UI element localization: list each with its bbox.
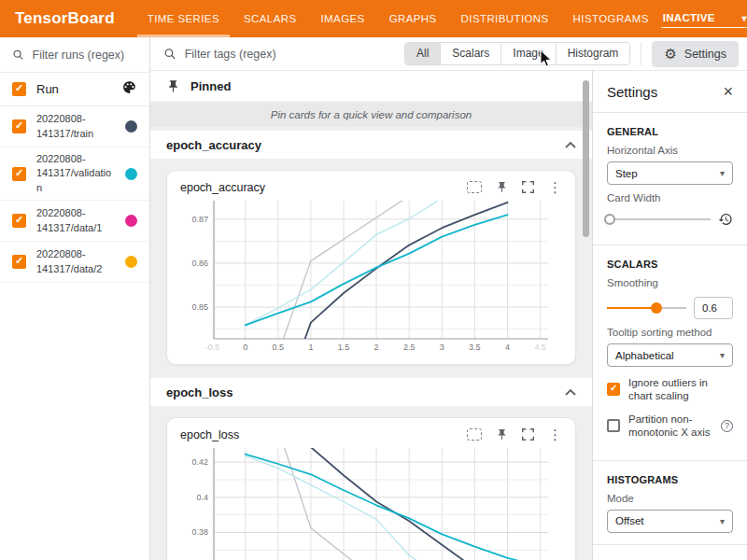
tab-distributions[interactable]: DISTRIBUTIONS: [449, 0, 561, 37]
runs-header-row: Run: [0, 73, 149, 106]
histogram-mode-value: Offset: [615, 515, 643, 526]
section-heading: GENERAL: [607, 126, 733, 137]
svg-text:0.85: 0.85: [191, 302, 208, 312]
run-status-dropdown[interactable]: INACTIVE ▾: [661, 9, 747, 28]
gear-icon: ⚙: [664, 47, 676, 61]
filter-all-button[interactable]: All: [405, 43, 441, 64]
settings-button[interactable]: ⚙ Settings: [652, 41, 739, 67]
epoch-accuracy-chart[interactable]: 0.850.860.87-0.500.511.522.533.544.5: [178, 198, 556, 357]
divider: [593, 245, 747, 245]
settings-panel: Settings × GENERAL Horizontal Axis Step …: [592, 71, 747, 560]
run-checkbox[interactable]: [12, 119, 26, 133]
pinned-header: Pinned: [150, 71, 592, 101]
svg-text:0.86: 0.86: [191, 259, 208, 268]
filter-image-button[interactable]: Image: [501, 43, 556, 64]
run-row-train[interactable]: 20220808-141317/train: [0, 106, 149, 147]
smoothing-slider[interactable]: [607, 301, 686, 315]
divider: [593, 544, 747, 545]
run-color-dot: [125, 215, 137, 227]
settings-button-label: Settings: [684, 48, 726, 61]
svg-text:0.42: 0.42: [191, 457, 208, 467]
section-title: epoch_accuracy: [166, 138, 261, 152]
card-width-label: Card Width: [607, 192, 733, 203]
divider: [593, 460, 747, 461]
chevron-up-icon[interactable]: [565, 141, 576, 148]
card-title: epoch_loss: [180, 428, 239, 441]
partition-x-checkbox[interactable]: [607, 419, 620, 432]
card-width-slider[interactable]: [607, 213, 711, 226]
svg-text:1.5: 1.5: [338, 343, 350, 352]
svg-text:2: 2: [374, 343, 379, 352]
run-checkbox[interactable]: [12, 255, 26, 269]
tab-images[interactable]: IMAGES: [308, 0, 376, 37]
horizontal-axis-label: Horizontal Axis: [607, 145, 733, 156]
tooltip-sorting-select[interactable]: Alphabetical ▾: [607, 343, 733, 367]
run-color-dot: [125, 120, 137, 133]
run-row-data-2[interactable]: 20220808-141317/data/2: [0, 242, 149, 283]
run-checkbox[interactable]: [12, 214, 26, 228]
pinned-title: Pinned: [190, 79, 231, 93]
svg-text:2.5: 2.5: [403, 343, 416, 352]
pin-icon[interactable]: [496, 181, 508, 193]
tooltip-sorting-label: Tooltip sorting method: [607, 327, 733, 338]
runs-filter-input[interactable]: [33, 49, 137, 62]
app-logo: TensorBoard: [0, 0, 135, 37]
smoothing-value-input[interactable]: [694, 297, 733, 319]
fit-to-data-icon[interactable]: [467, 181, 482, 193]
chevron-down-icon: ▾: [720, 516, 725, 526]
epoch-loss-chart[interactable]: 0.360.380.40.4201234: [178, 445, 556, 560]
svg-text:3: 3: [440, 343, 444, 352]
select-all-runs-checkbox[interactable]: [12, 82, 26, 96]
pinned-hint: Pin cards for a quick view and compariso…: [150, 103, 592, 127]
toolbar-divider: [641, 43, 641, 65]
run-status-value: INACTIVE: [663, 12, 715, 23]
settings-panel-title: Settings: [607, 84, 657, 100]
svg-text:0.5: 0.5: [273, 343, 285, 352]
pin-icon[interactable]: [496, 428, 508, 441]
svg-text:0: 0: [243, 343, 247, 352]
app-header: TensorBoard TIME SERIES SCALARS IMAGES G…: [0, 0, 747, 37]
tooltip-sorting-value: Alphabetical: [615, 350, 674, 361]
run-color-dot: [125, 168, 137, 180]
nav-tabs: TIME SERIES SCALARS IMAGES GRAPHS DISTRI…: [135, 0, 661, 37]
kebab-menu-icon[interactable]: ⋮: [548, 180, 562, 194]
ignore-outliers-checkbox[interactable]: [607, 383, 620, 396]
run-row-data-1[interactable]: 20220808-141317/data/1: [0, 201, 149, 242]
kebab-menu-icon[interactable]: ⋮: [548, 427, 562, 441]
svg-text:4.5: 4.5: [534, 343, 546, 352]
tab-scalars[interactable]: SCALARS: [232, 0, 309, 37]
tags-filter-input[interactable]: [185, 48, 404, 61]
vertical-scrollbar[interactable]: [583, 80, 589, 237]
tab-graphs[interactable]: GRAPHS: [377, 0, 449, 37]
svg-text:0.4: 0.4: [196, 493, 208, 502]
header-actions: INACTIVE ▾ ⚙ ?: [661, 0, 747, 37]
pin-icon: [166, 79, 180, 93]
close-icon[interactable]: ×: [723, 83, 733, 100]
run-row-validation[interactable]: 20220808-141317/validation: [0, 147, 149, 201]
fullscreen-icon[interactable]: [522, 181, 534, 193]
smoothing-label: Smoothing: [607, 277, 733, 288]
svg-text:0.87: 0.87: [191, 215, 208, 224]
svg-text:0.38: 0.38: [191, 527, 208, 537]
tab-time-series[interactable]: TIME SERIES: [135, 0, 232, 37]
reset-icon[interactable]: [718, 212, 733, 227]
settings-section-histograms: HISTOGRAMS Mode Offset ▾: [593, 465, 747, 540]
scalar-card-epoch-loss: epoch_loss ⋮ 0.360.380.40.4201234: [166, 417, 576, 560]
run-name: 20220808-141317/validation: [36, 152, 115, 195]
section-header-epoch-loss[interactable]: epoch_loss: [150, 378, 592, 406]
section-header-epoch-accuracy[interactable]: epoch_accuracy: [150, 131, 592, 159]
svg-text:4: 4: [505, 343, 510, 352]
help-icon[interactable]: ?: [721, 420, 733, 432]
filter-scalars-button[interactable]: Scalars: [441, 43, 501, 64]
chevron-up-icon[interactable]: [565, 388, 576, 396]
cards-scroll-area: Pinned Pin cards for a quick view and co…: [150, 71, 592, 560]
histogram-mode-select[interactable]: Offset ▾: [607, 510, 733, 533]
section-heading: HISTOGRAMS: [607, 474, 733, 485]
fit-to-data-icon[interactable]: [467, 428, 482, 441]
run-checkbox[interactable]: [12, 167, 26, 181]
tab-histograms[interactable]: HISTOGRAMS: [561, 0, 661, 37]
horizontal-axis-select[interactable]: Step ▾: [607, 161, 733, 185]
filter-histogram-button[interactable]: Histogram: [557, 43, 630, 64]
fullscreen-icon[interactable]: [522, 428, 534, 441]
partition-x-label: Partition non-monotonic X axis: [628, 413, 712, 440]
